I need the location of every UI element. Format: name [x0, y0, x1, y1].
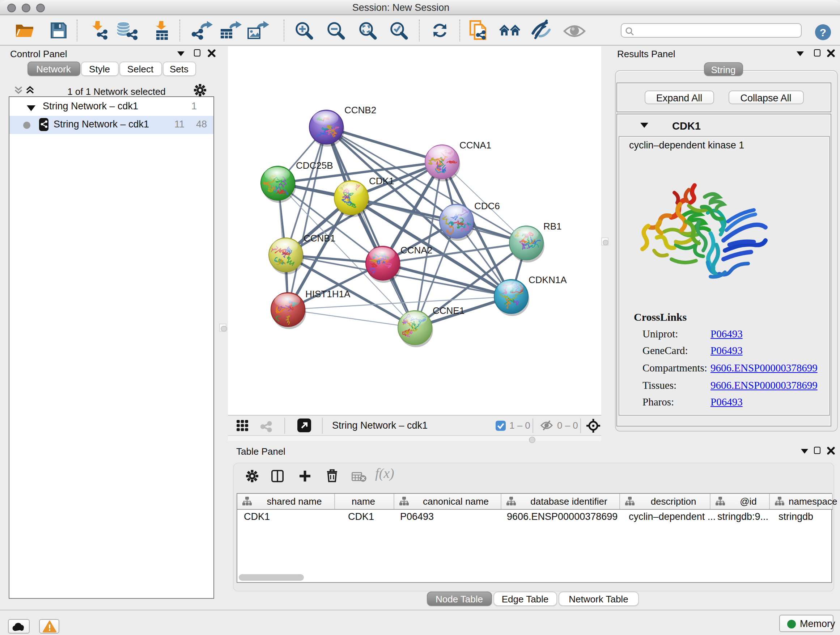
svg-text:CCNB2: CCNB2 [344, 104, 376, 115]
svg-text:CCNA2: CCNA2 [401, 244, 432, 255]
svg-text:CDK1: CDK1 [369, 175, 394, 186]
svg-text:CCNA1: CCNA1 [459, 139, 491, 150]
svg-text:CDC6: CDC6 [474, 200, 500, 211]
svg-text:HIST1H1A: HIST1H1A [305, 288, 351, 299]
svg-text:CCNB1: CCNB1 [303, 233, 335, 243]
svg-text:CCNE1: CCNE1 [433, 305, 464, 316]
svg-text:CDKN1A: CDKN1A [529, 274, 567, 285]
svg-text:?: ? [820, 27, 826, 38]
svg-text:RB1: RB1 [543, 220, 562, 231]
svg-text:CDC25B: CDC25B [296, 160, 333, 171]
